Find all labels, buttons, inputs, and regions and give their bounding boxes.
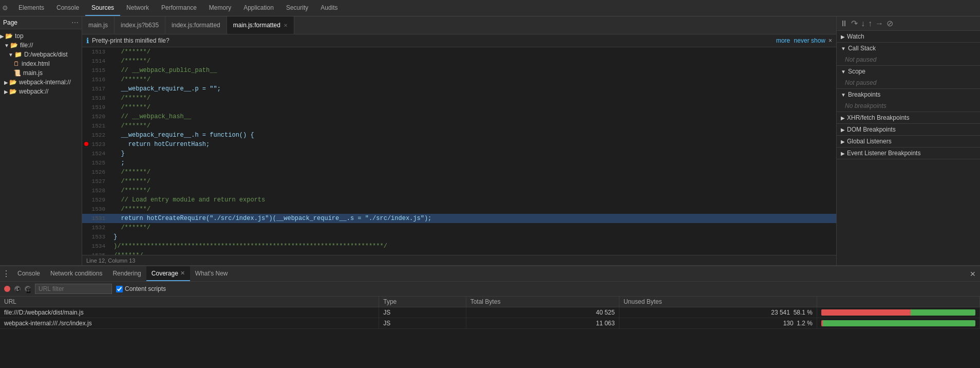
deactivate-breakpoints-icon[interactable]: ⊘ xyxy=(887,19,893,28)
rp-section-header-global-listeners[interactable]: ▶ Global Listeners xyxy=(837,136,980,147)
line-content: /******/ xyxy=(111,48,150,56)
tree-item-index-html[interactable]: 🗒 index.html xyxy=(0,59,82,68)
top-tab-console[interactable]: Console xyxy=(50,0,85,16)
col-unused[interactable]: Unused Bytes xyxy=(619,297,817,307)
bottom-tab-network-conditions[interactable]: Network conditions xyxy=(45,266,107,281)
bottom-tab-rendering[interactable]: Rendering xyxy=(107,266,146,281)
bottom-tab-label: Coverage xyxy=(152,270,178,277)
clear-button[interactable]: 🗑 xyxy=(25,286,31,292)
tree-item-webpack-internal---[interactable]: ▶ 📂 webpack-internal:// xyxy=(0,78,82,87)
file-tab-close[interactable]: ✕ xyxy=(284,23,288,28)
more-link[interactable]: more xyxy=(776,37,790,44)
never-show-link[interactable]: never show xyxy=(794,37,825,44)
top-tab-network[interactable]: Network xyxy=(120,0,155,16)
tree-item-webpack---[interactable]: ▶ 📂 webpack:// xyxy=(0,87,82,96)
rp-section-header-dom-breakpoints[interactable]: ▶ DOM Breakpoints xyxy=(837,124,980,135)
coverage-toolbar: ↺ 🗑 Content scripts xyxy=(0,282,980,297)
step-into-icon[interactable]: ↓ xyxy=(861,19,865,28)
rp-section-header-breakpoints[interactable]: ▼ Breakpoints xyxy=(837,89,980,100)
line-number: 1525 xyxy=(88,160,111,166)
file-tab-index-js-b635[interactable]: index.js?b635 xyxy=(115,16,165,34)
rp-section-header-event-listener-breakpoints[interactable]: ▶ Event Listener Breakpoints xyxy=(837,148,980,159)
reload-button[interactable]: ↺ xyxy=(14,286,21,292)
tree-arrow: ▼ xyxy=(8,52,13,58)
info-icon: ℹ xyxy=(86,36,89,45)
code-editor[interactable]: 1513 /******/ 1514 /******/ 1515 // __we… xyxy=(82,47,836,255)
rp-section-header-call-stack[interactable]: ▼ Call Stack xyxy=(837,43,980,54)
pause-icon[interactable]: ⏸ xyxy=(840,19,848,28)
bottom-tab-coverage[interactable]: Coverage✕ xyxy=(146,266,190,281)
step-icon[interactable]: → xyxy=(875,19,883,28)
top-tab-audits[interactable]: Audits xyxy=(314,0,344,16)
step-out-icon[interactable]: ↑ xyxy=(868,19,872,28)
cell-unused: 23 541 58.1 % xyxy=(619,307,817,318)
line-content: // __webpack_hash__ xyxy=(111,113,191,120)
sidebar-toolbar: Page ⋯ xyxy=(0,16,82,29)
rp-section-arrow: ▶ xyxy=(841,127,845,133)
top-tab-memory[interactable]: Memory xyxy=(203,0,237,16)
sidebar-page-tab[interactable]: Page xyxy=(3,19,17,26)
tree-item-top[interactable]: ▶ 📂 top xyxy=(0,31,82,41)
content-scripts-label[interactable]: Content scripts xyxy=(116,285,166,292)
rp-section-breakpoints: ▼ Breakpoints No breakpoints xyxy=(837,89,980,112)
bottom-panel-close[interactable]: ✕ xyxy=(968,270,978,278)
coverage-table: URL Type Total Bytes Unused Bytes file:/… xyxy=(0,297,980,368)
file-tab-main-js[interactable]: main.js xyxy=(82,16,115,34)
rp-section-label: DOM Breakpoints xyxy=(847,126,896,133)
tree-item-file---[interactable]: ▼ 📂 file:// xyxy=(0,41,82,50)
top-tab-performance[interactable]: Performance xyxy=(155,0,203,16)
line-number: 1516 xyxy=(88,77,111,83)
top-tab-application[interactable]: Application xyxy=(237,0,280,16)
line-number: 1515 xyxy=(88,67,111,73)
breakpoint-dot[interactable] xyxy=(84,142,88,146)
tree-file-icon: 🗒 xyxy=(13,60,20,67)
rp-section-header-scope[interactable]: ▼ Scope xyxy=(837,66,980,77)
code-line-1522: 1522 __webpack_require__.h = function() … xyxy=(82,131,836,140)
tree-item-main-js[interactable]: 📜 main.js xyxy=(0,68,82,78)
code-line-1533: 1533 } xyxy=(82,232,836,242)
rp-section-label: Global Listeners xyxy=(847,138,892,145)
code-line-1517: 1517 __webpack_require__.p = ""; xyxy=(82,84,836,94)
table-row[interactable]: file:///D:/webpack/dist/main.js JS 40 52… xyxy=(0,307,980,318)
file-tree: ▶ 📂 top ▼ 📂 file:// ▼ 📁 D:/webpack/dist … xyxy=(0,29,82,265)
main-tab-strip: ElementsConsoleSourcesNetworkPerformance… xyxy=(12,0,344,16)
tree-item-d--webpack-dist[interactable]: ▼ 📁 D:/webpack/dist xyxy=(0,50,82,59)
line-number: 1520 xyxy=(88,114,111,120)
bottom-tab-whats-new[interactable]: What's New xyxy=(190,266,233,281)
right-panel: ⏸ ↷ ↓ ↑ → ⊘ ▶ Watch ▼ Call Stack Not pau… xyxy=(836,16,980,265)
rp-section-header-xhr-fetch[interactable]: ▶ XHR/fetch Breakpoints xyxy=(837,112,980,123)
col-url[interactable]: URL xyxy=(0,297,379,307)
bottom-dots-icon[interactable]: ⋮ xyxy=(2,269,10,279)
pretty-print-close[interactable]: × xyxy=(828,37,832,44)
cell-type: JS xyxy=(379,307,466,318)
record-button[interactable] xyxy=(4,286,10,292)
file-tab-main-js-formatted[interactable]: main.js:formatted✕ xyxy=(227,16,294,34)
col-total[interactable]: Total Bytes xyxy=(466,297,619,307)
code-line-1516: 1516 /******/ xyxy=(82,75,836,84)
sidebar-dots-icon[interactable]: ⋯ xyxy=(71,19,79,27)
top-tab-sources[interactable]: Sources xyxy=(85,0,120,16)
rp-section-header-watch[interactable]: ▶ Watch xyxy=(837,31,980,42)
rp-section-arrow: ▶ xyxy=(841,151,845,156)
bottom-tab-close[interactable]: ✕ xyxy=(180,270,185,277)
line-content: } xyxy=(111,233,117,241)
file-tab-index-js-formatted[interactable]: index.js:formatted xyxy=(165,16,227,34)
bottom-tab-label: Console xyxy=(17,270,40,277)
table-row[interactable]: webpack-internal:///./src/index.js JS 11… xyxy=(0,318,980,329)
step-over-icon[interactable]: ↷ xyxy=(851,19,858,28)
top-tab-elements[interactable]: Elements xyxy=(12,0,50,16)
top-tab-security[interactable]: Security xyxy=(280,0,314,16)
line-content: /******/ xyxy=(111,169,150,176)
left-sidebar: Page ⋯ ▶ 📂 top ▼ 📂 file:// ▼ 📁 D:/webpac… xyxy=(0,16,82,265)
url-filter-input[interactable] xyxy=(35,284,112,294)
content-scripts-checkbox[interactable] xyxy=(116,286,123,292)
line-number: 1513 xyxy=(88,49,111,55)
line-number: 1531 xyxy=(88,215,111,222)
col-type[interactable]: Type xyxy=(379,297,466,307)
bottom-tab-label: Rendering xyxy=(112,270,141,277)
bottom-tab-console[interactable]: Console xyxy=(12,266,45,281)
code-line-1515: 1515 // __webpack_public_path__ xyxy=(82,66,836,75)
tree-file-icon: 📂 xyxy=(9,88,17,95)
cell-total: 40 525 xyxy=(466,307,619,318)
line-content: return hotCurrentHash; xyxy=(111,141,210,148)
